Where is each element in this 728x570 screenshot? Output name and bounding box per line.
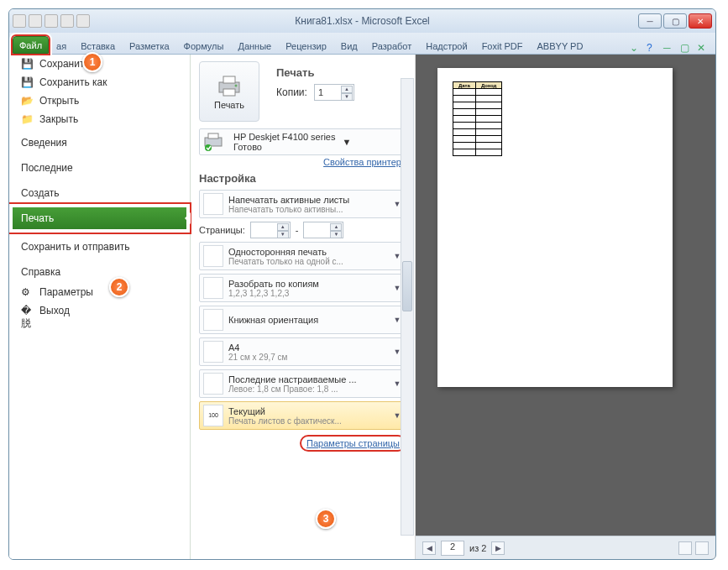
nav-help[interactable]: Справка [9, 258, 190, 283]
tab-formulas[interactable]: Формулы [177, 37, 231, 54]
preview-page: ДатаДоход [437, 68, 673, 387]
tab-file[interactable]: Файл [13, 36, 49, 54]
preview-statusbar: ◀ 2 из 2 ▶ [416, 536, 715, 559]
minimize-button[interactable]: ─ [638, 13, 662, 29]
margins-icon [203, 373, 223, 395]
redo-icon[interactable] [60, 14, 74, 28]
print-heading: Печать [276, 66, 354, 79]
nav-options[interactable]: ⚙Параметры [9, 283, 190, 301]
workbook-restore-icon[interactable]: ▢ [680, 42, 692, 54]
option-margins[interactable]: Последние настраиваемые ...Левое: 1,8 см… [199, 369, 406, 398]
zoom-to-page-button[interactable] [695, 541, 709, 555]
pages-from-input[interactable]: ▲▼ [250, 222, 291, 238]
print-button[interactable]: Печать [199, 61, 259, 122]
printer-status-icon [203, 133, 227, 151]
nav-new[interactable]: Создать [9, 179, 190, 204]
exit-icon: �脱 [21, 305, 34, 318]
page-number-input[interactable]: 2 [441, 541, 464, 556]
titlebar: Книга81.xlsx - Microsoft Excel ─ ▢ ✕ [9, 9, 715, 33]
collate-icon [203, 277, 223, 299]
settings-scrollbar[interactable] [401, 78, 414, 536]
page-total-label: из 2 [469, 543, 486, 553]
workbook-close-icon[interactable]: ✕ [697, 42, 709, 54]
option-print-active[interactable]: Напечатать активные листыНапечатать толь… [199, 190, 406, 218]
nav-open[interactable]: 📂Открыть [9, 92, 190, 110]
save-icon: 💾 [21, 58, 34, 71]
tab-addins[interactable]: Надстрой [419, 37, 474, 54]
save-icon[interactable] [29, 14, 42, 28]
svg-rect-1 [223, 76, 235, 83]
ribbon-min-icon[interactable]: ⌄ [630, 42, 642, 54]
copies-label: Копии: [276, 86, 307, 98]
option-scaling[interactable]: 100ТекущийПечать листов с фактическ...▼ [199, 401, 406, 430]
settings-heading: Настройка [199, 172, 406, 185]
nav-recent[interactable]: Последние [9, 154, 190, 179]
tab-layout[interactable]: Разметка [123, 37, 176, 54]
tab-review[interactable]: Рецензир [279, 37, 333, 54]
tab-abbyy[interactable]: ABBYY PD [531, 37, 590, 54]
svg-rect-5 [208, 133, 218, 139]
nav-save-send[interactable]: Сохранить и отправить [9, 233, 190, 258]
backstage-nav: 💾Сохранить 💾Сохранить как 📂Открыть 📁Закр… [9, 55, 191, 559]
printer-properties-link[interactable]: Свойства принтера [199, 157, 406, 167]
pages-to-input[interactable]: ▲▼ [303, 222, 343, 238]
window-title: Книга81.xlsx - Microsoft Excel [295, 15, 429, 27]
callout-2: 2 [109, 277, 129, 297]
print-settings-panel: Печать Печать Копии: 1▲▼ HP Deskjet F410… [191, 55, 416, 559]
workbook-min-icon[interactable]: ─ [663, 42, 675, 54]
callout-1: 1 [82, 52, 102, 72]
qat-more-icon[interactable] [76, 14, 90, 28]
portrait-icon [203, 309, 223, 331]
tab-data[interactable]: Данные [231, 37, 278, 54]
sheets-icon [203, 193, 223, 215]
tab-developer[interactable]: Разработ [365, 37, 418, 54]
print-preview-panel: ДатаДоход ◀ 2 из 2 ▶ [416, 55, 715, 559]
options-icon: ⚙ [21, 286, 34, 300]
close-button[interactable]: ✕ [689, 13, 712, 29]
prev-page-button[interactable]: ◀ [422, 541, 436, 555]
scale-icon: 100 [203, 405, 223, 426]
tab-home[interactable]: ая [50, 37, 73, 54]
preview-table: ДатаДоход [453, 81, 502, 156]
svg-rect-2 [223, 89, 235, 96]
save-as-icon: 💾 [21, 76, 34, 90]
nav-save-as[interactable]: 💾Сохранить как [9, 73, 190, 92]
tab-view[interactable]: Вид [334, 37, 364, 54]
copies-input[interactable]: 1▲▼ [314, 84, 354, 101]
spin-up-icon[interactable]: ▲ [341, 86, 353, 93]
printer-selector[interactable]: HP Deskjet F4100 seriesГотово ▼ [199, 128, 406, 155]
nav-print[interactable]: Печать [9, 204, 190, 233]
chevron-down-icon: ▼ [342, 137, 351, 147]
option-collate[interactable]: Разобрать по копиям1,2,3 1,2,3 1,2,3▼ [199, 274, 406, 302]
ribbon-tabs: Файл ая Вставка Разметка Формулы Данные … [9, 33, 715, 55]
tab-foxit[interactable]: Foxit PDF [475, 37, 530, 54]
a4-icon [203, 341, 223, 363]
printer-icon [216, 74, 243, 97]
tab-insert[interactable]: Вставка [74, 37, 122, 54]
show-margins-button[interactable] [678, 541, 692, 555]
undo-icon[interactable] [45, 14, 58, 28]
nav-info[interactable]: Сведения [9, 128, 190, 154]
next-page-button[interactable]: ▶ [491, 541, 505, 555]
nav-close[interactable]: 📁Закрыть [9, 110, 190, 128]
page-setup-link[interactable]: Параметры страницы [300, 435, 406, 452]
maximize-button[interactable]: ▢ [663, 13, 687, 29]
quick-access-toolbar [13, 14, 90, 28]
help-icon[interactable]: ? [647, 42, 658, 54]
svg-point-3 [235, 84, 238, 86]
open-icon: 📂 [21, 95, 34, 108]
print-button-label: Печать [214, 100, 244, 110]
nav-exit[interactable]: �脱Выход [9, 301, 190, 320]
option-orientation[interactable]: Книжная ориентация▼ [199, 306, 406, 334]
spin-down-icon[interactable]: ▼ [341, 93, 353, 101]
pages-label: Страницы: [199, 225, 245, 235]
option-paper-size[interactable]: A421 см x 29,7 см▼ [199, 337, 406, 366]
page-icon [203, 245, 223, 267]
option-one-sided[interactable]: Односторонняя печатьПечатать только на о… [199, 242, 406, 270]
close-file-icon: 📁 [21, 113, 34, 127]
excel-icon [13, 14, 26, 28]
callout-3: 3 [316, 509, 336, 529]
